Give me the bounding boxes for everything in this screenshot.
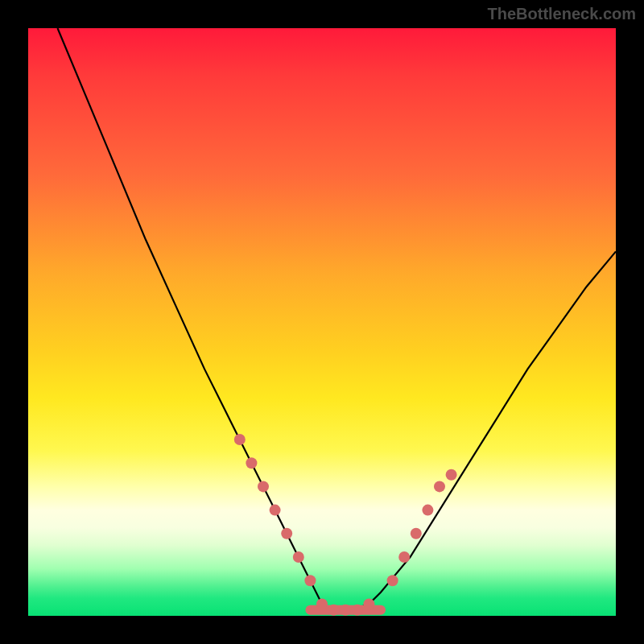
svg-point-8 xyxy=(316,598,328,609)
svg-point-9 xyxy=(328,605,340,616)
highlight-dots xyxy=(234,434,457,616)
svg-point-12 xyxy=(363,598,374,609)
svg-point-7 xyxy=(304,575,316,586)
svg-point-1 xyxy=(234,434,246,445)
chart-svg xyxy=(28,28,616,616)
svg-point-13 xyxy=(387,575,398,586)
svg-point-2 xyxy=(246,457,257,469)
svg-point-4 xyxy=(270,505,281,516)
svg-point-6 xyxy=(293,551,304,563)
svg-point-11 xyxy=(352,605,363,616)
svg-point-10 xyxy=(340,605,351,616)
watermark-text: TheBottleneck.com xyxy=(488,5,636,23)
chart-plot-area xyxy=(28,28,616,616)
svg-point-14 xyxy=(398,551,410,563)
svg-point-18 xyxy=(446,469,457,481)
svg-point-3 xyxy=(258,481,269,492)
bottleneck-curve xyxy=(58,28,617,610)
svg-point-17 xyxy=(434,481,445,492)
svg-point-5 xyxy=(281,528,292,539)
svg-point-16 xyxy=(422,505,433,516)
svg-point-15 xyxy=(411,528,422,539)
curve-group xyxy=(58,28,617,616)
